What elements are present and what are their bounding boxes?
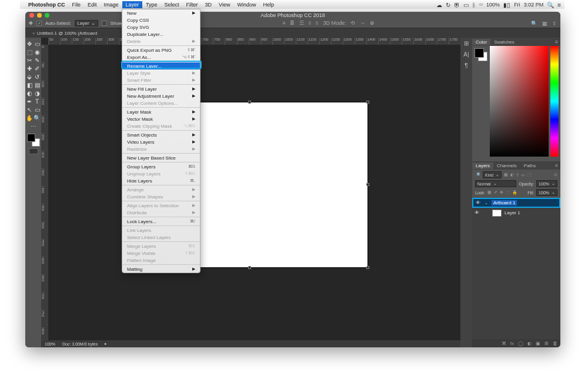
group-icon[interactable]: ▣	[536, 341, 540, 346]
doc-info[interactable]: Doc: 3.00M/0 bytes	[62, 342, 98, 346]
filter-pixel-icon[interactable]: ▦	[504, 172, 508, 177]
stamp-tool-icon[interactable]: ⬙	[26, 72, 34, 81]
layer-thumbnail[interactable]	[492, 210, 502, 217]
gradient-tool-icon[interactable]: ▤	[34, 81, 41, 89]
dodge-tool-icon[interactable]: ◑	[34, 89, 41, 97]
menu-item-lock-layers[interactable]: Lock Layers...⌘/	[122, 218, 200, 225]
autoselect-dropdown[interactable]: Layer⌄	[75, 20, 98, 26]
blend-mode-select[interactable]: Normal⌄	[475, 180, 516, 187]
new-layer-icon[interactable]: ⊞	[544, 341, 549, 346]
menu-item-group-layers[interactable]: Group Layers⌘G	[122, 163, 200, 170]
color-field[interactable]	[490, 46, 549, 157]
menu-item-matting[interactable]: Matting▶	[122, 266, 200, 273]
healing-tool-icon[interactable]: ✚	[26, 64, 34, 72]
strip-icon[interactable]: ⊞	[464, 40, 469, 47]
menu-filter[interactable]: Filter	[183, 1, 202, 8]
close-icon[interactable]: ×	[32, 31, 35, 36]
minimize-window-icon[interactable]	[37, 13, 42, 18]
layer-effects-icon[interactable]: fx	[510, 341, 514, 346]
menu-item-export-as[interactable]: Export As...⌥⇧⌘'	[122, 54, 200, 61]
menu-layer[interactable]: Layer	[122, 1, 143, 8]
filter-icon[interactable]: 🔎	[475, 172, 480, 177]
layer-row[interactable]: 👁⌄Artboard 1	[472, 198, 560, 208]
menu-select[interactable]: Select	[161, 1, 183, 8]
type-tool-icon[interactable]: T	[34, 97, 41, 105]
menu-item-duplicate-layer[interactable]: Duplicate Layer...	[122, 31, 200, 38]
pen-tool-icon[interactable]: ✒	[26, 97, 34, 105]
hue-slider[interactable]	[550, 46, 559, 157]
lasso-tool-icon[interactable]: ◉	[34, 48, 41, 56]
chevron-right-icon[interactable]: ▸	[105, 341, 107, 346]
adjustment-layer-icon[interactable]: ◐	[527, 341, 532, 346]
filter-adjust-icon[interactable]: ◐	[510, 172, 514, 177]
distribute-icon[interactable]: ⫴	[309, 20, 311, 26]
menu-item-hide-layers[interactable]: Hide Layers⌘,	[122, 177, 200, 184]
threed-icon[interactable]: ⟲	[350, 20, 355, 26]
menu-item-new-fill-layer[interactable]: New Fill Layer▶	[122, 85, 200, 92]
menu-3d[interactable]: 3D	[202, 1, 216, 8]
document-tab[interactable]: × Untitled-1 @ 100% (Artboard	[29, 29, 101, 37]
menu-item-smart-objects[interactable]: Smart Objects▶	[122, 131, 200, 138]
swatches-tab[interactable]: Swatches	[490, 39, 518, 45]
visibility-icon[interactable]: 👁	[475, 210, 480, 215]
search-icon[interactable]: 🔍	[531, 21, 537, 26]
filter-kind-select[interactable]: Kind⌄	[483, 171, 502, 178]
fill-input[interactable]: 100%⌄	[536, 189, 557, 196]
threed-icon[interactable]: ↔	[360, 20, 365, 26]
eraser-tool-icon[interactable]: ◧	[26, 81, 34, 89]
move-tool-icon[interactable]: ✥	[29, 21, 33, 26]
menu-item-copy-css[interactable]: Copy CSS	[122, 16, 200, 24]
zoom-tool-icon[interactable]: 🔍	[34, 114, 41, 122]
zoom-level[interactable]: 100%	[45, 342, 55, 346]
share-icon[interactable]: ⇪	[552, 21, 557, 26]
history-brush-icon[interactable]: ↺	[34, 72, 41, 81]
lock-position-icon[interactable]: ✐	[494, 190, 497, 195]
menu-item-rename-layer[interactable]: Rename Layer...	[122, 62, 200, 69]
panel-menu-icon[interactable]: ≡	[555, 163, 560, 168]
marquee-tool-icon[interactable]: ⬚	[26, 48, 34, 56]
menu-window[interactable]: Window	[233, 1, 259, 8]
filter-smart-icon[interactable]: ⬚	[527, 172, 532, 177]
layer-row[interactable]: 👁Layer 1	[472, 208, 560, 218]
trash-icon[interactable]: 🗑	[553, 341, 557, 346]
filter-toggle-icon[interactable]: ⊙	[554, 172, 557, 177]
crop-tool-icon[interactable]: ✂	[26, 56, 34, 64]
workspace-icon[interactable]: ▦	[542, 21, 547, 26]
move-tool-icon[interactable]: ✥	[26, 39, 34, 48]
color-tab[interactable]: Color	[472, 39, 490, 45]
filter-shape-icon[interactable]: ▭	[521, 172, 525, 177]
menu-help[interactable]: Help	[259, 1, 278, 8]
paths-tab[interactable]: Paths	[520, 162, 539, 169]
blur-tool-icon[interactable]: ◐	[26, 89, 34, 97]
link-layers-icon[interactable]: ⌘	[502, 341, 506, 346]
artboard-tool-icon[interactable]: ▭	[34, 39, 41, 48]
close-window-icon[interactable]	[29, 13, 34, 18]
zoom-window-icon[interactable]	[45, 13, 49, 18]
path-tool-icon[interactable]: ↖	[26, 105, 34, 114]
layers-tab[interactable]: Layers	[472, 162, 493, 169]
menu-view[interactable]: View	[215, 1, 233, 8]
panel-menu-icon[interactable]: ≡	[555, 39, 560, 45]
quickmask-icon[interactable]	[29, 148, 38, 154]
align-icon[interactable]: ☰	[299, 20, 304, 26]
fg-bg-swatch[interactable]	[475, 48, 487, 61]
color-swatches[interactable]	[27, 134, 40, 147]
menu-image[interactable]: Image	[101, 1, 122, 8]
menu-item-layer-mask[interactable]: Layer Mask▶	[122, 108, 200, 115]
menu-item-quick-export-as-png[interactable]: Quick Export as PNG⇧⌘'	[122, 47, 200, 54]
brush-tool-icon[interactable]: ✐	[34, 64, 41, 72]
menu-item-new-layer-based-slice[interactable]: New Layer Based Slice	[122, 154, 200, 161]
lock-artboard-icon[interactable]: ⬚	[506, 190, 510, 195]
menu-item-copy-svg[interactable]: Copy SVG	[122, 24, 200, 31]
opacity-input[interactable]: 100%⌄	[536, 180, 557, 187]
threed-icon[interactable]: ⊕	[370, 20, 375, 26]
lock-all-icon[interactable]: 🔒	[512, 190, 517, 195]
lock-pixels-icon[interactable]: ▦	[487, 190, 492, 195]
edit-toolbar-icon[interactable]: ⋯	[26, 122, 41, 130]
menu-item-vector-mask[interactable]: Vector Mask▶	[122, 115, 200, 122]
visibility-icon[interactable]: 👁	[476, 200, 482, 205]
chevron-down-icon[interactable]: ⌄	[485, 201, 488, 205]
menu-edit[interactable]: Edit	[84, 1, 101, 8]
hand-tool-icon[interactable]: ✋	[26, 114, 34, 122]
eyedropper-tool-icon[interactable]: ✎	[34, 56, 41, 64]
